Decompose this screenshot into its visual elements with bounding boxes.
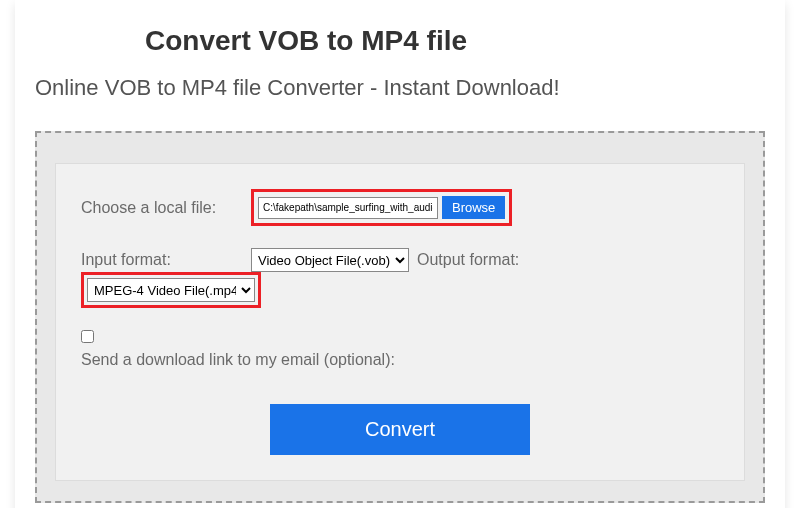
page-subtitle: Online VOB to MP4 file Converter - Insta… bbox=[35, 75, 785, 101]
browse-button[interactable]: Browse bbox=[442, 196, 505, 219]
output-format-label: Output format: bbox=[409, 251, 574, 269]
email-label: Send a download link to my email (option… bbox=[81, 351, 395, 368]
input-format-label: Input format: bbox=[81, 251, 251, 269]
page-title: Convert VOB to MP4 file bbox=[145, 25, 785, 57]
email-checkbox[interactable] bbox=[81, 330, 94, 343]
output-format-select[interactable]: MPEG-4 Video File(.mp4) bbox=[87, 278, 255, 302]
file-path-input[interactable] bbox=[258, 197, 438, 219]
email-row: Send a download link to my email (option… bbox=[81, 330, 719, 369]
format-row: Input format: Video Object File(.vob) Ou… bbox=[81, 248, 719, 308]
output-highlight: MPEG-4 Video File(.mp4) bbox=[81, 272, 261, 308]
convert-button[interactable]: Convert bbox=[270, 404, 530, 455]
form-inner: Choose a local file: Browse Input format… bbox=[55, 163, 745, 481]
card: Convert VOB to MP4 file Online VOB to MP… bbox=[15, 0, 785, 508]
input-format-select[interactable]: Video Object File(.vob) bbox=[251, 248, 409, 272]
file-highlight: Browse bbox=[251, 189, 512, 226]
form-outer: Choose a local file: Browse Input format… bbox=[35, 131, 765, 503]
file-row: Choose a local file: Browse bbox=[81, 189, 719, 226]
file-label: Choose a local file: bbox=[81, 199, 251, 217]
